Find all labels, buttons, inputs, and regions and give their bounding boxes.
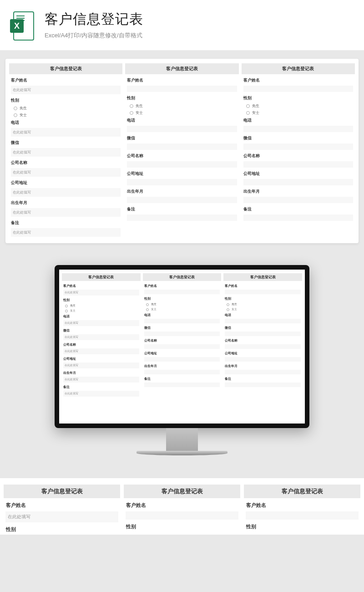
label-address: 公司地址	[9, 179, 122, 187]
radio-icon	[14, 107, 17, 110]
input-remark[interactable]: 在此处填写	[11, 228, 121, 237]
input-address[interactable]	[127, 179, 237, 185]
input-address[interactable]: 在此处填写	[11, 188, 121, 197]
input-birth[interactable]	[127, 197, 237, 203]
label-wechat: 微信	[9, 138, 122, 147]
monitor-base-icon	[136, 451, 228, 455]
radio-male[interactable]: 先生	[9, 105, 122, 112]
svg-rect-1	[16, 15, 25, 16]
radio-male[interactable]: 先生	[125, 102, 238, 109]
page-subtitle: Excel/A4打印/内容随意修改/自带格式	[45, 31, 355, 40]
input-phone[interactable]	[243, 126, 353, 132]
label-birth: 出生年月	[9, 199, 122, 207]
form-column-3: 客户信息登记表 客户姓名 性别 先生 女士 电话 微信 公司名称 公司地址 出生…	[242, 63, 355, 239]
input-company[interactable]	[127, 161, 237, 168]
input-name[interactable]: 在此处填写	[5, 511, 118, 522]
input-birth[interactable]	[243, 197, 353, 203]
radio-icon	[14, 113, 17, 117]
input-address[interactable]	[243, 179, 353, 185]
form-column-2: 客户信息登记表 客户姓名 性别 先生 女士 电话 微信 公司名称 公司地址 出生…	[125, 63, 238, 239]
label-gender: 性别	[4, 524, 120, 535]
input-name[interactable]	[246, 511, 359, 520]
input-name[interactable]	[127, 86, 237, 92]
input-wechat[interactable]	[243, 143, 353, 150]
template-detail-strip: 客户信息登记表 客户姓名 在此处填写 性别 客户信息登记表 客户姓名 性别 客户…	[0, 478, 364, 535]
label-remark: 备注	[9, 219, 122, 227]
monitor-mockup: 客户信息登记表 客户姓名在此处填写 性别 先生 女士 电话在此处填写 微信在此处…	[0, 251, 364, 478]
monitor-stand-icon	[166, 428, 198, 451]
input-name[interactable]	[126, 511, 238, 520]
input-name[interactable]	[243, 86, 353, 92]
template-header: X 客户信息登记表 Excel/A4打印/内容随意修改/自带格式	[0, 0, 364, 51]
input-wechat[interactable]: 在此处填写	[11, 148, 121, 157]
input-phone[interactable]: 在此处填写	[11, 128, 121, 137]
radio-female[interactable]: 女士	[242, 109, 355, 116]
input-remark[interactable]	[127, 214, 237, 221]
excel-icon: X	[9, 10, 36, 42]
svg-text:X: X	[14, 21, 20, 31]
radio-female[interactable]: 女士	[125, 109, 238, 116]
input-company[interactable]	[243, 161, 353, 168]
label-company: 公司名称	[9, 158, 122, 167]
form-heading: 客户信息登记表	[4, 485, 120, 498]
radio-male[interactable]: 先生	[242, 102, 355, 109]
label-gender: 性别	[9, 96, 122, 105]
radio-female[interactable]: 女士	[9, 112, 122, 118]
label-name: 客户姓名	[4, 500, 120, 510]
label-phone: 电话	[9, 118, 122, 127]
form-heading: 客户信息登记表	[242, 63, 355, 74]
input-remark[interactable]	[243, 214, 353, 221]
input-wechat[interactable]	[127, 143, 237, 150]
input-birth[interactable]: 在此处填写	[11, 208, 121, 217]
form-heading: 客户信息登记表	[125, 63, 238, 74]
form-heading: 客户信息登记表	[9, 63, 122, 74]
svg-rect-2	[16, 18, 25, 19]
label-name: 客户姓名	[9, 76, 122, 85]
form-column-1: 客户信息登记表 客户姓名 在此处填写 性别 先生 女士 电话 在此处填写 微信 …	[9, 63, 122, 239]
template-preview-card: 客户信息登记表 客户姓名 在此处填写 性别 先生 女士 电话 在此处填写 微信 …	[5, 59, 359, 243]
page-title: 客户信息登记表	[45, 10, 355, 29]
input-name[interactable]: 在此处填写	[11, 86, 121, 94]
input-phone[interactable]	[127, 126, 237, 132]
input-company[interactable]: 在此处填写	[11, 168, 121, 177]
